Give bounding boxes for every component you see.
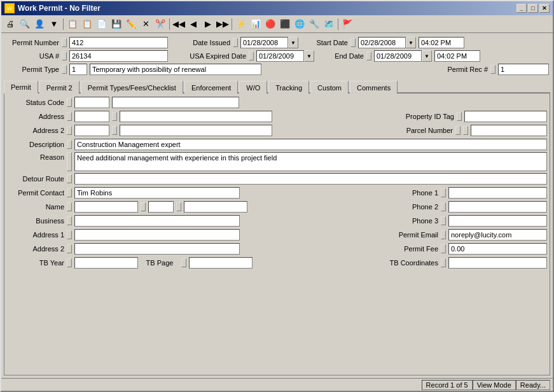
gear-button[interactable]: 🔧: [307, 17, 321, 31]
globe-button[interactable]: 🌐: [293, 17, 307, 31]
description-input[interactable]: [74, 139, 547, 150]
cut-button[interactable]: ✂️: [153, 17, 167, 31]
tab-tracking[interactable]: Tracking: [268, 81, 309, 94]
parcel-number-input[interactable]: [471, 125, 547, 136]
name-input2[interactable]: [148, 201, 174, 213]
usa-expired-dropdown[interactable]: ▼: [304, 50, 314, 62]
phone2-input[interactable]: [448, 201, 547, 213]
tb-row: TB Year TB Page TB Coordinates: [7, 256, 547, 269]
filter-dropdown-button[interactable]: ▼: [47, 17, 61, 31]
tab-wo[interactable]: W/O: [239, 81, 267, 94]
permit-rec-input[interactable]: [498, 64, 549, 75]
address2-indicator2: [112, 126, 117, 135]
tb-page-input[interactable]: [189, 257, 253, 269]
permit-number-label: Permit Number: [5, 39, 59, 46]
permit-email-input[interactable]: [448, 229, 547, 241]
main-window: W Work Permit - No Filter _ □ ✕ 🖨 🔍 👤 ▼ …: [0, 0, 554, 392]
end-time-input[interactable]: [434, 50, 480, 62]
address-label: Address: [7, 113, 64, 120]
tab-enforcement[interactable]: Enforcement: [184, 81, 238, 94]
address-row: Address Property ID Tag: [7, 110, 547, 123]
address2-input1[interactable]: [74, 125, 109, 136]
tab-permit2-label: Permit 2: [46, 84, 73, 92]
separator-1: [63, 18, 64, 30]
start-time-input[interactable]: [419, 37, 464, 48]
permit-number-indicator: [62, 38, 67, 47]
usa-input[interactable]: [69, 50, 168, 62]
permit-fee-label: Permit Fee: [391, 245, 438, 253]
date-issued-group: ▼: [240, 37, 298, 48]
map-button[interactable]: 🗺️: [322, 17, 336, 31]
edit-button[interactable]: ✏️: [124, 17, 138, 31]
permit-contact-input[interactable]: [74, 187, 240, 199]
address2-input2[interactable]: [120, 125, 272, 136]
property-id-tag-input[interactable]: [464, 111, 547, 122]
address2b-row: Address 2 Permit Fee: [7, 242, 547, 255]
name-input1[interactable]: [74, 201, 138, 213]
usa-indicator: [62, 52, 67, 60]
next-record-button[interactable]: ▶: [201, 17, 215, 31]
end-date-input[interactable]: [374, 50, 422, 62]
tb-coordinates-input[interactable]: [448, 257, 547, 269]
paste-button[interactable]: 📄: [95, 17, 109, 31]
chart-button[interactable]: 📊: [249, 17, 263, 31]
date-issued-input[interactable]: [240, 37, 288, 48]
name-label: Name: [7, 203, 64, 211]
tab-permit[interactable]: Permit: [4, 81, 38, 94]
phone1-input[interactable]: [448, 187, 547, 199]
square-button[interactable]: ⬛: [278, 17, 292, 31]
tb-page-indicator: [181, 258, 186, 267]
first-record-button[interactable]: ◀◀: [172, 17, 186, 31]
permit-type-code-input[interactable]: [69, 64, 87, 75]
address2b-input[interactable]: [74, 243, 240, 255]
permit-fee-input[interactable]: [448, 243, 547, 255]
flag-button[interactable]: 🚩: [340, 17, 354, 31]
permit-email-indicator: [441, 230, 446, 239]
end-date-label: End Date: [326, 52, 364, 60]
start-date-dropdown[interactable]: ▼: [406, 37, 416, 48]
clipboard-button[interactable]: 📋: [66, 17, 80, 31]
address1-input[interactable]: [74, 229, 240, 241]
address-input1[interactable]: [74, 111, 109, 122]
lightning-button[interactable]: ⚡: [234, 17, 248, 31]
view-mode-status: View Mode: [473, 380, 516, 390]
tb-year-input[interactable]: [74, 257, 138, 269]
tab-fees[interactable]: Permit Types/Fees/Checklist: [81, 81, 183, 94]
maximize-button[interactable]: □: [528, 4, 538, 13]
tab-permit2[interactable]: Permit 2: [39, 81, 80, 94]
end-date-dropdown[interactable]: ▼: [422, 50, 432, 62]
status-code-input2[interactable]: [112, 97, 239, 108]
status-code-input1[interactable]: [74, 97, 109, 108]
minimize-button[interactable]: _: [516, 4, 527, 13]
reason-textarea[interactable]: Need additional management with experien…: [74, 152, 547, 171]
phone3-input[interactable]: [448, 215, 547, 227]
detour-route-input[interactable]: [74, 173, 547, 185]
parcel-number-label: Parcel Number: [396, 127, 453, 134]
tab-comments[interactable]: Comments: [350, 81, 398, 94]
permit-number-input[interactable]: [69, 37, 168, 48]
address-input2[interactable]: [120, 111, 272, 122]
usa-label: USA #: [5, 52, 59, 60]
search-button[interactable]: 🔍: [18, 17, 32, 31]
permit-rec-indicator: [490, 65, 495, 74]
business-input[interactable]: [74, 215, 240, 227]
name-input3[interactable]: [184, 201, 247, 213]
close-button[interactable]: ✕: [539, 4, 550, 13]
date-issued-dropdown[interactable]: ▼: [288, 37, 298, 48]
permit-type-desc-input[interactable]: [90, 64, 261, 75]
start-date-input[interactable]: [358, 37, 406, 48]
user-button[interactable]: 👤: [32, 17, 46, 31]
copy-button[interactable]: 📋: [80, 17, 94, 31]
tab-custom[interactable]: Custom: [310, 81, 349, 94]
save-button[interactable]: 💾: [109, 17, 123, 31]
property-id-tag-label: Property ID Tag: [397, 113, 454, 120]
last-record-button[interactable]: ▶▶: [216, 17, 230, 31]
delete-button[interactable]: ✕: [139, 17, 153, 31]
red-button[interactable]: 🔴: [263, 17, 277, 31]
usa-expired-input[interactable]: [256, 50, 304, 62]
detour-route-label: Detour Route: [7, 175, 64, 183]
print-button[interactable]: 🖨: [3, 17, 17, 31]
prev-record-button[interactable]: ◀: [186, 17, 200, 31]
record-status: Record 1 of 5: [422, 380, 473, 390]
separator-4: [338, 18, 338, 30]
